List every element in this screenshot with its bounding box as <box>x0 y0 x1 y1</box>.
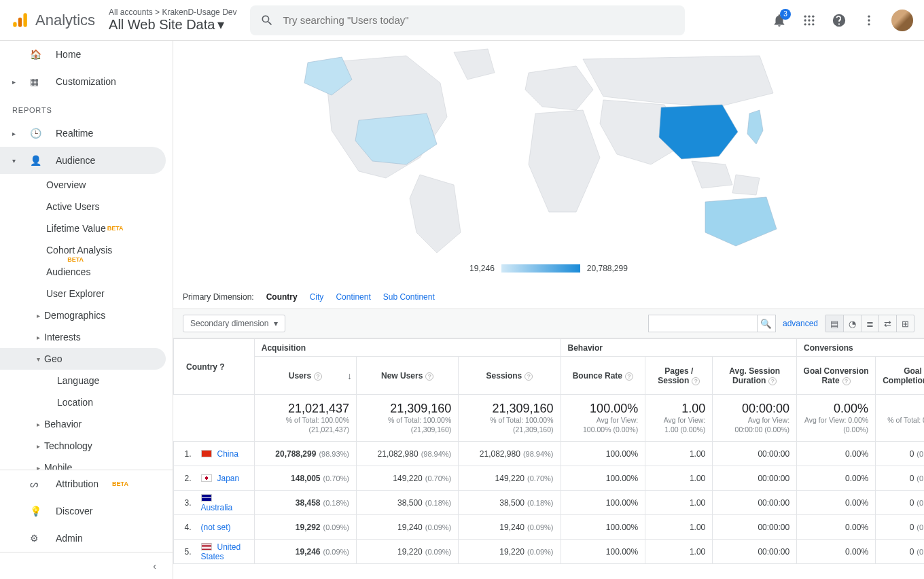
advanced-link[interactable]: advanced <box>783 319 818 328</box>
table-row[interactable]: 1.China20,788,299(98.93%)21,082,980(98.9… <box>174 442 925 466</box>
col-gc[interactable]: Goal Completions? <box>876 357 924 395</box>
nav-cohort[interactable]: Cohort AnalysisBETA <box>0 239 166 261</box>
reports-section-label: REPORTS <box>0 95 173 120</box>
svg-rect-2 <box>23 13 26 27</box>
help-icon[interactable] <box>832 13 847 28</box>
header-actions: 3 <box>772 10 913 31</box>
svg-point-6 <box>804 19 806 21</box>
row-gcr: 0.00% <box>797 491 876 515</box>
search-input[interactable] <box>283 14 675 26</box>
clock-icon: 🕒 <box>30 128 43 139</box>
row-asd: 00:00:00 <box>713 515 797 540</box>
search-icon <box>260 13 274 28</box>
row-sessions: 19,240(0.09%) <box>459 515 561 540</box>
dimension-city[interactable]: City <box>310 292 324 302</box>
row-new-users: 19,240(0.09%) <box>357 515 459 540</box>
total-bounce: 100.00%Avg for View: 100.00% (0.00%) <box>561 395 645 442</box>
data-table-wrapper[interactable]: Country ? Acquisition Behavior Conversio… <box>173 338 924 579</box>
view-pie-icon[interactable]: ◔ <box>843 315 861 332</box>
row-country[interactable]: Japan <box>194 466 255 491</box>
row-country[interactable]: (not set) <box>194 515 255 540</box>
svg-point-8 <box>812 19 814 21</box>
more-icon[interactable] <box>861 13 876 28</box>
nav-language[interactable]: Language <box>0 370 166 391</box>
col-asd[interactable]: Avg. Session Duration? <box>713 357 797 395</box>
nav-audiences[interactable]: Audiences <box>0 261 166 283</box>
table-search-button[interactable]: 🔍 <box>757 315 776 332</box>
nav-home[interactable]: 🏠Home <box>0 41 166 68</box>
nav-technology[interactable]: ▸Technology <box>0 435 166 457</box>
nav-lifetime-value[interactable]: Lifetime ValueBETA <box>0 217 166 239</box>
table-search-input[interactable] <box>648 315 757 332</box>
apps-icon[interactable] <box>802 13 817 28</box>
dimension-continent[interactable]: Continent <box>336 292 370 302</box>
table-row[interactable]: 3.Australia38,458(0.18%)38,500(0.18%)38,… <box>174 491 925 515</box>
row-country[interactable]: China <box>194 442 255 466</box>
row-country[interactable]: Australia <box>194 491 255 515</box>
view-compare-icon[interactable]: ⇄ <box>878 315 896 332</box>
col-gcr[interactable]: Goal Conversion Rate? <box>797 357 876 395</box>
nav-interests[interactable]: ▸Interests <box>0 326 166 348</box>
nav-overview[interactable]: Overview <box>0 174 166 196</box>
view-bar-icon[interactable]: ≣ <box>861 315 878 332</box>
table-row[interactable]: 2.Japan148,005(0.70%)149,220(0.70%)149,2… <box>174 466 925 491</box>
nav-customization[interactable]: ▸▦Customization <box>0 68 166 95</box>
col-pps[interactable]: Pages / Session? <box>645 357 713 395</box>
nav-location[interactable]: Location <box>0 391 166 413</box>
row-pps: 1.00 <box>645 466 713 491</box>
dimension-subcontinent[interactable]: Sub Continent <box>383 292 435 302</box>
nav-audience[interactable]: ▾👤Audience <box>0 147 166 174</box>
dimension-label: Primary Dimension: <box>183 292 254 302</box>
svg-rect-1 <box>18 17 22 27</box>
secondary-dimension-dropdown[interactable]: Secondary dimension ▾ <box>183 315 285 332</box>
row-asd: 00:00:00 <box>713 491 797 515</box>
row-gcr: 0.00% <box>797 466 876 491</box>
search-bar[interactable] <box>250 5 685 35</box>
account-switcher[interactable]: All accounts > KrakenD-Usage Dev All Web… <box>109 8 236 32</box>
total-gc: 0% of Total: 0.00% (0) <box>876 395 924 442</box>
row-rank: 5. <box>174 540 194 564</box>
row-bounce: 100.00% <box>561 491 645 515</box>
row-gc: 0(0.00%) <box>876 442 924 466</box>
nav-demographics[interactable]: ▸Demographics <box>0 304 166 326</box>
nav-admin[interactable]: ⚙Admin <box>0 525 166 552</box>
row-rank: 2. <box>174 466 194 491</box>
row-sessions: 19,220(0.09%) <box>459 540 561 564</box>
notifications-button[interactable]: 3 <box>772 13 787 28</box>
nav-attribution[interactable]: ᔕAttributionBETA <box>0 470 166 497</box>
row-asd: 00:00:00 <box>713 466 797 491</box>
geo-map[interactable]: 19,246 20,788,299 <box>173 41 924 285</box>
nav-behavior[interactable]: ▸Behavior <box>0 413 166 435</box>
dimension-country[interactable]: Country <box>266 292 298 302</box>
col-bounce[interactable]: Bounce Rate? <box>561 357 645 395</box>
nav-user-explorer[interactable]: User Explorer <box>0 283 166 304</box>
row-gc: 0(0.00%) <box>876 540 924 564</box>
view-table-icon[interactable]: ▤ <box>825 315 843 332</box>
nav-geo[interactable]: ▾Geo <box>0 348 166 370</box>
nav-active-users[interactable]: Active Users <box>0 196 166 217</box>
table-toolbar: Secondary dimension ▾ 🔍 advanced ▤ ◔ ≣ ⇄… <box>173 309 924 338</box>
table-row[interactable]: 5.United States19,246(0.09%)19,220(0.09%… <box>174 540 925 564</box>
svg-point-13 <box>868 19 870 21</box>
row-bounce: 100.00% <box>561 442 645 466</box>
map-legend: 19,246 20,788,299 <box>469 264 628 273</box>
view-pivot-icon[interactable]: ⊞ <box>896 315 914 332</box>
world-map-svg <box>284 42 814 260</box>
nav-mobile[interactable]: ▸Mobile <box>0 457 166 470</box>
row-gcr: 0.00% <box>797 540 876 564</box>
sidebar-collapse[interactable]: ‹ <box>0 552 173 579</box>
brand-name: Analytics <box>35 12 95 29</box>
row-sessions: 38,500(0.18%) <box>459 491 561 515</box>
row-country[interactable]: United States <box>194 540 255 564</box>
col-sessions[interactable]: Sessions? <box>459 357 561 395</box>
col-new-users[interactable]: New Users? <box>357 357 459 395</box>
svg-point-12 <box>868 15 870 17</box>
col-users[interactable]: Users?↓ <box>254 357 356 395</box>
nav-realtime[interactable]: ▸🕒Realtime <box>0 120 166 147</box>
nav-discover[interactable]: 💡Discover <box>0 497 166 525</box>
user-avatar[interactable] <box>891 10 913 31</box>
total-users: 21,021,437% of Total: 100.00% (21,021,43… <box>254 395 356 442</box>
brand-logo[interactable]: Analytics <box>11 12 95 29</box>
row-bounce: 100.00% <box>561 540 645 564</box>
table-row[interactable]: 4.(not set)19,292(0.09%)19,240(0.09%)19,… <box>174 515 925 540</box>
